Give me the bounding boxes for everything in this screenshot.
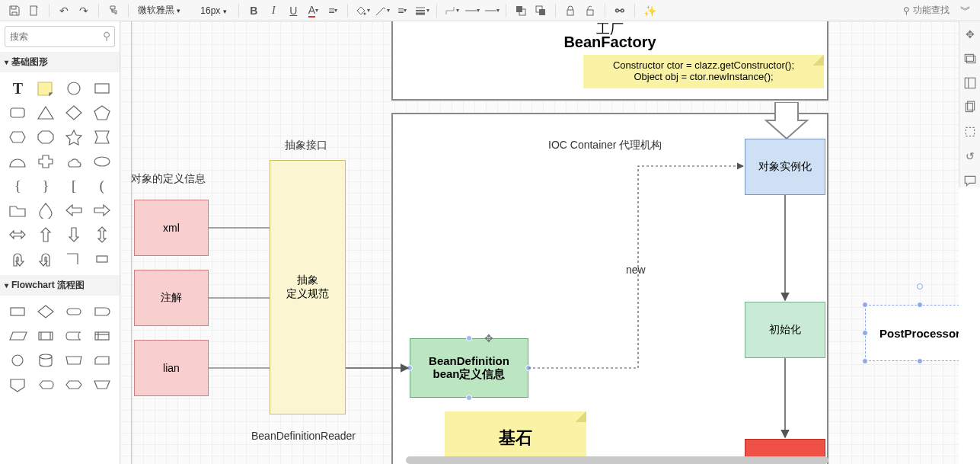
- layers-icon[interactable]: [963, 52, 977, 66]
- undo-icon[interactable]: ↶: [56, 2, 72, 19]
- xml-box[interactable]: xml: [134, 200, 209, 256]
- arc-shape[interactable]: [5, 150, 31, 173]
- underline-button[interactable]: U: [285, 2, 302, 19]
- format-painter-icon[interactable]: [105, 2, 122, 19]
- fc-manual[interactable]: [61, 349, 88, 372]
- fill-color-button[interactable]: ▾: [354, 2, 371, 19]
- link-icon[interactable]: ⚯: [611, 2, 628, 19]
- basic-shapes-header[interactable]: 基础图形: [0, 52, 120, 72]
- beandefinition-box[interactable]: BeanDefinition bean定义信息: [410, 338, 528, 398]
- new-doc-icon[interactable]: [26, 2, 43, 19]
- brace-l-shape[interactable]: {: [5, 174, 31, 197]
- fit-icon[interactable]: [963, 76, 977, 90]
- line-color-button[interactable]: ▾: [374, 2, 391, 19]
- diamond-shape[interactable]: [61, 101, 88, 124]
- arrow-ud-shape[interactable]: [88, 223, 115, 246]
- navigator-icon[interactable]: ✥: [963, 27, 977, 41]
- roundrect-shape[interactable]: [5, 101, 31, 124]
- bracket-l-shape[interactable]: [: [61, 174, 88, 197]
- small-rect-shape[interactable]: [88, 248, 115, 270]
- bold-button[interactable]: B: [245, 2, 262, 19]
- corner-shape[interactable]: [61, 248, 88, 270]
- magic-icon[interactable]: ✨: [641, 2, 658, 19]
- fc-decision[interactable]: [33, 300, 59, 323]
- fc-offpage[interactable]: [5, 373, 31, 396]
- outline-icon[interactable]: [963, 125, 977, 139]
- arrow-r-shape[interactable]: [88, 199, 115, 222]
- fc-stored[interactable]: [61, 325, 88, 347]
- constructor-note[interactable]: Constructor ctor = clazz.getConstructor(…: [583, 55, 824, 88]
- bring-front-icon[interactable]: [512, 2, 529, 19]
- connector-button[interactable]: ▾: [443, 2, 460, 19]
- collapse-toolbar-icon[interactable]: ︾: [957, 4, 974, 18]
- plus-shape[interactable]: [33, 150, 59, 173]
- svg-rect-34: [966, 127, 974, 136]
- brace-r-shape[interactable]: }: [33, 174, 59, 197]
- fc-predefined[interactable]: [33, 325, 59, 347]
- def-info-label: 对象的定义信息: [131, 172, 206, 186]
- hexagon-shape[interactable]: [5, 126, 31, 149]
- lian-box[interactable]: lian: [134, 340, 209, 396]
- arrow-l-shape[interactable]: [61, 199, 88, 222]
- fc-terminator[interactable]: [61, 300, 88, 323]
- canvas[interactable]: 工厂 BeanFactory Constructor ctor = clazz.…: [120, 21, 959, 464]
- copy-icon[interactable]: [963, 101, 977, 114]
- send-back-icon[interactable]: [532, 2, 549, 19]
- paren-l-shape[interactable]: (: [88, 174, 115, 197]
- svg-point-26: [12, 355, 23, 366]
- init-box[interactable]: 初始化: [745, 302, 825, 358]
- arrow-lr-shape[interactable]: [5, 223, 31, 246]
- shape-search-input[interactable]: [5, 26, 115, 47]
- arrow-end-button[interactable]: ▾: [483, 2, 500, 19]
- octagon-shape[interactable]: [33, 126, 59, 149]
- fc-connector[interactable]: [5, 349, 31, 372]
- italic-button[interactable]: I: [265, 2, 282, 19]
- uturn-r-shape[interactable]: [33, 248, 59, 270]
- arrow-d-shape[interactable]: [61, 223, 88, 246]
- instance-box[interactable]: 对象实例化: [745, 139, 825, 195]
- comment-icon[interactable]: [963, 174, 977, 187]
- cloud-shape[interactable]: [61, 150, 88, 173]
- anno-box[interactable]: 注解: [134, 270, 209, 326]
- font-size-select[interactable]: 16px ▾: [199, 4, 232, 18]
- history-icon[interactable]: ↺: [963, 149, 977, 163]
- uturn-l-shape[interactable]: [5, 248, 31, 270]
- unlock-icon[interactable]: [582, 2, 599, 19]
- note-shape[interactable]: [33, 77, 59, 100]
- rect-shape[interactable]: [88, 77, 115, 100]
- svg-rect-14: [95, 84, 109, 93]
- postprocessor-box[interactable]: PostProcessor: [865, 305, 959, 361]
- function-search[interactable]: ⚲ 功能查找: [903, 4, 954, 17]
- drop-shape[interactable]: [33, 199, 59, 222]
- line-style-button[interactable]: ≡▾: [394, 2, 410, 19]
- fc-data[interactable]: [5, 325, 31, 347]
- font-family-select[interactable]: 微软雅黑 ▾: [135, 2, 196, 18]
- align-button[interactable]: ≡▾: [324, 2, 341, 19]
- text-shape[interactable]: T: [5, 77, 31, 100]
- folder-shape[interactable]: [5, 199, 31, 222]
- pentagon-shape[interactable]: [88, 101, 115, 124]
- lock-icon[interactable]: [562, 2, 579, 19]
- ellipse-shape[interactable]: [88, 150, 115, 173]
- save-icon[interactable]: [6, 2, 23, 19]
- redo-icon[interactable]: ↷: [75, 2, 92, 19]
- fc-internal[interactable]: [88, 325, 115, 347]
- fc-prep[interactable]: [61, 373, 88, 396]
- circle-shape[interactable]: [61, 77, 88, 100]
- fc-display[interactable]: [33, 373, 59, 396]
- abstract-spec-box[interactable]: 抽象 定义规范: [270, 160, 346, 414]
- horizontal-scrollbar[interactable]: [406, 456, 828, 464]
- fc-process[interactable]: [5, 300, 31, 323]
- triangle-shape[interactable]: [33, 101, 59, 124]
- flowchart-header[interactable]: Flowchart 流程图: [0, 275, 120, 296]
- fc-manual-op[interactable]: [88, 373, 115, 396]
- line-width-button[interactable]: ▾: [413, 2, 430, 19]
- fc-delay[interactable]: [88, 300, 115, 323]
- arrow-u-shape[interactable]: [33, 223, 59, 246]
- star-shape[interactable]: [61, 126, 88, 149]
- arrow-start-button[interactable]: ▾: [463, 2, 480, 19]
- font-color-button[interactable]: A▾: [305, 2, 321, 19]
- shield-shape[interactable]: [88, 126, 115, 149]
- fc-card[interactable]: [88, 349, 115, 372]
- fc-database[interactable]: [33, 349, 59, 372]
